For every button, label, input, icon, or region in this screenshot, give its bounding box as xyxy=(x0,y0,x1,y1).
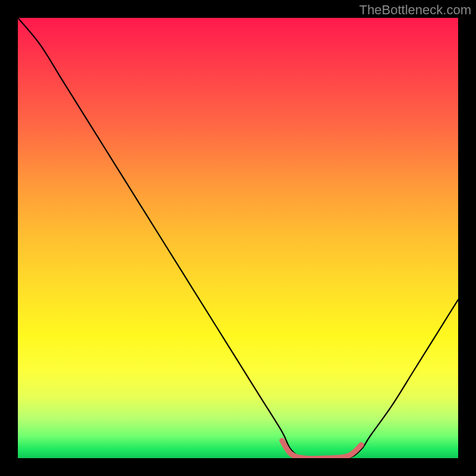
watermark-text: TheBottleneck.com xyxy=(359,2,471,18)
bottleneck-curve-line xyxy=(18,18,458,458)
chart-plot-area xyxy=(18,18,458,458)
optimal-range-marker xyxy=(282,440,361,458)
chart-svg xyxy=(18,18,458,458)
